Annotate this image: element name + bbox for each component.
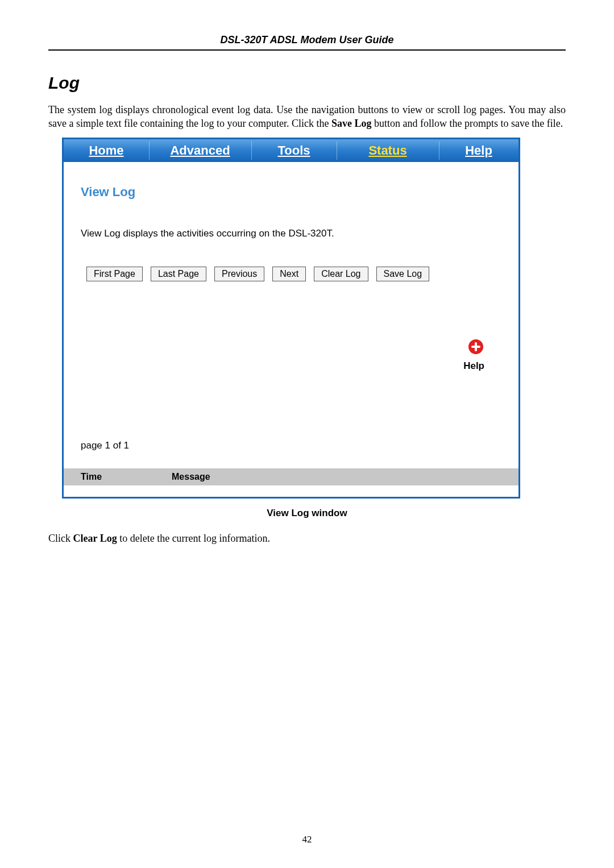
panel-description: View Log displays the activities occurri… — [81, 228, 501, 239]
first-page-button[interactable]: First Page — [86, 267, 143, 281]
tab-advanced[interactable]: Advanced — [149, 139, 251, 162]
horizontal-rule — [48, 49, 566, 51]
page-number: 42 — [0, 834, 614, 845]
intro-text-post: button and follow the prompts to save th… — [371, 118, 563, 129]
figure-caption: View Log window — [48, 508, 566, 519]
previous-button[interactable]: Previous — [214, 267, 264, 281]
main-tabs: Home Advanced Tools Status Help — [64, 139, 518, 162]
help-label: Help — [81, 360, 484, 372]
help-block: Help — [81, 338, 501, 372]
section-heading-log: Log — [48, 73, 566, 93]
footer-text-post: to delete the current log information. — [117, 533, 270, 544]
help-plus-icon[interactable] — [467, 338, 484, 358]
tab-tools[interactable]: Tools — [251, 139, 337, 162]
column-message: Message — [172, 472, 501, 482]
svg-rect-2 — [471, 346, 480, 348]
column-time: Time — [81, 472, 172, 482]
tab-status[interactable]: Status — [337, 139, 439, 162]
log-table-header: Time Message — [64, 468, 518, 485]
footer-text-bold: Clear Log — [73, 533, 117, 544]
clear-log-button[interactable]: Clear Log — [314, 267, 368, 281]
next-button[interactable]: Next — [272, 267, 306, 281]
doc-header-title: DSL-320T ADSL Modem User Guide — [220, 34, 393, 45]
last-page-button[interactable]: Last Page — [151, 267, 206, 281]
panel-title: View Log — [81, 185, 501, 200]
footer-paragraph: Click Clear Log to delete the current lo… — [48, 533, 566, 545]
intro-text-bold: Save Log — [331, 118, 372, 129]
intro-paragraph: The system log displays chronological ev… — [48, 103, 566, 131]
panel-body: View Log View Log displays the activitie… — [64, 162, 518, 497]
button-row: First Page Last Page Previous Next Clear… — [81, 267, 501, 281]
tab-help[interactable]: Help — [439, 139, 518, 162]
router-window: Home Advanced Tools Status Help View Log… — [62, 138, 520, 499]
page-indicator: page 1 of 1 — [81, 440, 501, 451]
tab-home[interactable]: Home — [64, 139, 149, 162]
save-log-button[interactable]: Save Log — [376, 267, 430, 281]
footer-text-pre: Click — [48, 533, 73, 544]
